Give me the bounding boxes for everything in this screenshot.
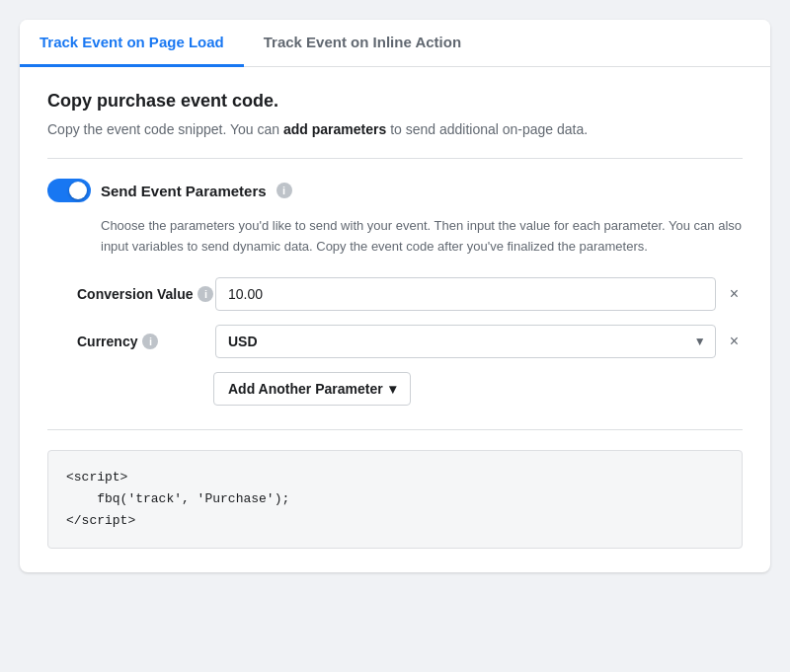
- tab-bar: Track Event on Page Load Track Event on …: [20, 20, 770, 67]
- conversion-value-row: Conversion Value i ×: [77, 277, 743, 311]
- section-description: Copy the event code snippet. You can add…: [47, 119, 743, 140]
- add-param-chevron-icon: ▾: [389, 381, 396, 397]
- conversion-value-label-text: Conversion Value: [77, 286, 193, 302]
- toggle-track: [47, 179, 91, 202]
- currency-close-button[interactable]: ×: [726, 330, 743, 353]
- toggle-info-icon: i: [276, 183, 292, 198]
- divider-bottom: [47, 429, 743, 430]
- currency-label: Currency i: [77, 334, 215, 349]
- tab-page-load[interactable]: Track Event on Page Load: [20, 20, 244, 67]
- conversion-value-input[interactable]: [215, 277, 716, 311]
- tab-inline-action[interactable]: Track Event on Inline Action: [244, 20, 481, 67]
- bold-add-parameters: add parameters: [283, 121, 386, 137]
- conversion-value-close-button[interactable]: ×: [726, 282, 743, 306]
- currency-row: Currency i USD EUR GBP AUD CAD JPY ▼ ×: [77, 325, 743, 358]
- code-block: <script> fbq('track', 'Purchase'); </scr…: [47, 450, 743, 549]
- content-area: Copy purchase event code. Copy the event…: [20, 67, 770, 572]
- toggle-label: Send Event Parameters: [101, 183, 267, 199]
- conversion-value-info-icon: i: [198, 286, 213, 302]
- conversion-value-label: Conversion Value i: [77, 286, 215, 302]
- add-another-parameter-button[interactable]: Add Another Parameter ▾: [213, 372, 411, 406]
- main-card: Track Event on Page Load Track Event on …: [20, 20, 770, 572]
- add-param-label: Add Another Parameter: [228, 381, 383, 397]
- conversion-value-input-wrap: [215, 277, 716, 311]
- toggle-send-event-parameters[interactable]: [47, 179, 91, 202]
- divider-top: [47, 158, 743, 159]
- params-description: Choose the parameters you'd like to send…: [101, 216, 743, 258]
- currency-info-icon: i: [142, 334, 158, 349]
- toggle-thumb: [69, 182, 87, 199]
- currency-label-text: Currency: [77, 334, 137, 349]
- currency-select-wrap: USD EUR GBP AUD CAD JPY ▼: [215, 325, 716, 358]
- section-title: Copy purchase event code.: [47, 91, 743, 112]
- currency-select[interactable]: USD EUR GBP AUD CAD JPY: [215, 325, 716, 358]
- send-event-parameters-row: Send Event Parameters i: [47, 179, 743, 202]
- add-param-wrap: Add Another Parameter ▾: [213, 372, 743, 406]
